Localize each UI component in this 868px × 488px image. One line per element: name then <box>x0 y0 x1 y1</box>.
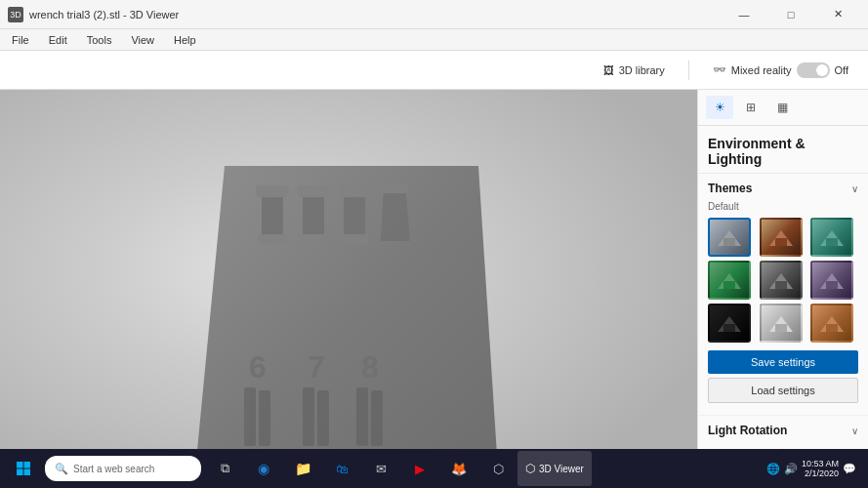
theme-item-3[interactable] <box>810 218 853 257</box>
edge-icon: ◉ <box>258 461 269 476</box>
svg-rect-20 <box>317 390 329 446</box>
theme-item-2[interactable] <box>760 218 803 257</box>
toolbar-divider <box>688 61 689 80</box>
svg-rect-43 <box>17 469 23 476</box>
sun-tab-icon: ☀ <box>715 101 725 114</box>
themes-title: Themes <box>708 182 752 195</box>
svg-rect-24 <box>723 238 735 246</box>
svg-rect-22 <box>371 390 383 446</box>
tab-grid[interactable]: ⊞ <box>737 96 765 119</box>
svg-rect-21 <box>356 387 368 446</box>
start-button[interactable] <box>4 449 43 488</box>
theme-preview-svg-3 <box>816 224 847 250</box>
svg-rect-38 <box>775 324 787 332</box>
taskbar-search-box[interactable]: 🔍 Start a web search <box>45 456 201 481</box>
menu-file[interactable]: File <box>4 32 37 48</box>
model-svg: 6 7 8 <box>0 90 697 488</box>
speaker-taskbar-icon: 🔊 <box>784 463 798 475</box>
menu-bar: File Edit Tools View Help <box>0 29 868 51</box>
tab-tiles[interactable]: ▦ <box>768 96 796 119</box>
off-label: Off <box>835 64 848 76</box>
theme-item-8[interactable] <box>760 304 803 343</box>
viewer-icon: ⬡ <box>493 462 504 476</box>
theme-preview-svg-1 <box>714 224 745 250</box>
default-label: Default <box>708 201 858 212</box>
search-placeholder: Start a web search <box>73 464 154 474</box>
theme-preview-svg-8 <box>765 310 797 336</box>
svg-rect-10 <box>338 185 371 197</box>
mixed-reality-icon: 👓 <box>713 63 726 76</box>
minimize-button[interactable]: — <box>722 0 766 29</box>
panel-tabs: ☀ ⊞ ▦ <box>698 90 868 126</box>
menu-tools[interactable]: Tools <box>79 32 120 48</box>
light-rotation-chevron-icon: ∨ <box>851 426 858 436</box>
firefox-icon: 🦊 <box>451 462 467 476</box>
save-settings-button[interactable]: Save settings <box>708 350 858 374</box>
theme-preview-svg-7 <box>714 310 745 336</box>
right-panel: ☀ ⊞ ▦ Environment & Lighting Themes ∨ De… <box>697 90 868 488</box>
tab-lighting[interactable]: ☀ <box>706 96 733 119</box>
theme-item-5[interactable] <box>760 261 803 300</box>
load-settings-button[interactable]: Load settings <box>708 378 858 403</box>
active-app-icon: ⬡ <box>525 462 535 475</box>
taskbar-explorer[interactable]: 📁 <box>285 449 320 488</box>
light-rotation-header[interactable]: Light Rotation ∨ <box>708 424 858 437</box>
svg-rect-44 <box>24 469 31 476</box>
taskbar-edge[interactable]: ◉ <box>246 449 281 488</box>
library-label: 3D library <box>619 64 665 76</box>
taskbar-task-view[interactable]: ⧉ <box>207 449 242 488</box>
title-bar-left: 3D wrench trial3 (2).stl - 3D Viewer <box>8 7 179 22</box>
theme-preview-svg-5 <box>765 267 797 293</box>
light-rotation-title: Light Rotation <box>708 424 787 437</box>
maximize-button[interactable]: □ <box>768 0 813 29</box>
svg-rect-18 <box>259 390 270 446</box>
mixed-reality-label: Mixed reality <box>731 64 792 76</box>
theme-item-7[interactable] <box>708 304 751 343</box>
menu-help[interactable]: Help <box>166 32 204 48</box>
svg-text:6: 6 <box>249 349 267 385</box>
grid-tab-icon: ⊞ <box>746 101 756 114</box>
mixed-reality-toggle[interactable] <box>797 62 830 78</box>
theme-item-9[interactable] <box>810 304 853 343</box>
taskbar-store[interactable]: 🛍 <box>324 449 359 488</box>
svg-marker-12 <box>381 185 410 241</box>
active-app-taskbar[interactable]: ⬡ 3D Viewer <box>517 451 592 486</box>
svg-text:8: 8 <box>361 349 379 385</box>
taskbar-right: 🌐 🔊 10:53 AM 2/1/2020 💬 <box>766 459 864 478</box>
theme-item-6[interactable] <box>810 261 853 300</box>
library-button[interactable]: 🖼 3D library <box>596 61 673 80</box>
taskbar-mail[interactable]: ✉ <box>363 449 398 488</box>
menu-edit[interactable]: Edit <box>41 32 75 48</box>
svg-rect-5 <box>258 234 287 244</box>
explorer-icon: 📁 <box>295 461 311 476</box>
viewport[interactable]: 6 7 8 <box>0 90 697 488</box>
theme-preview-svg-6 <box>816 267 847 293</box>
taskbar-time-value: 10:53 AM <box>802 459 839 468</box>
svg-rect-26 <box>775 238 787 246</box>
taskbar-firefox[interactable]: 🦊 <box>441 449 476 488</box>
theme-item-1[interactable] <box>708 218 751 257</box>
mixed-reality-button[interactable]: 👓 Mixed reality Off <box>705 59 856 82</box>
main-layout: 6 7 8 ☀ <box>0 90 868 488</box>
library-icon: 🖼 <box>603 64 614 76</box>
toolbar: 🖼 3D library 👓 Mixed reality Off <box>0 51 868 90</box>
svg-rect-28 <box>826 238 838 246</box>
svg-rect-4 <box>256 185 289 197</box>
svg-rect-17 <box>244 387 256 446</box>
theme-preview-svg-9 <box>816 310 847 336</box>
taskbar-3dviewer[interactable]: ⬡ <box>480 449 516 488</box>
theme-item-4[interactable] <box>708 261 751 300</box>
taskbar-netflix[interactable]: ▶ <box>402 449 437 488</box>
themes-chevron-icon: ∨ <box>851 183 858 194</box>
svg-rect-42 <box>24 462 31 468</box>
menu-view[interactable]: View <box>123 32 162 48</box>
app-icon: 3D <box>8 7 23 22</box>
panel-header: Environment & Lighting <box>698 126 868 174</box>
close-button[interactable]: ✕ <box>815 0 860 29</box>
themes-section-header[interactable]: Themes ∨ <box>708 182 858 195</box>
notification-icon[interactable]: 💬 <box>843 463 856 475</box>
taskbar-quick-icons: ⧉ ◉ 📁 🛍 ✉ ▶ 🦊 ⬡ <box>207 449 516 488</box>
active-app-label: 3D Viewer <box>539 464 584 474</box>
taskbar-clock: 10:53 AM 2/1/2020 <box>802 459 839 478</box>
toolbar-right: 🖼 3D library 👓 Mixed reality Off <box>596 59 856 82</box>
